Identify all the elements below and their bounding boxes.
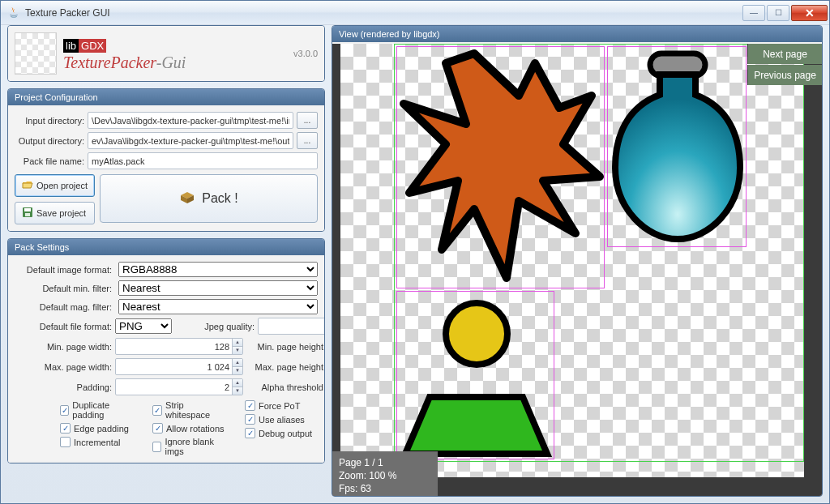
minimize-button[interactable]: — — [742, 5, 765, 21]
next-page-button[interactable]: Next page — [747, 44, 822, 64]
jpeg-quality-label: Jpeg quality: — [178, 322, 255, 331]
status-zoom: Zoom: 100 % — [339, 469, 431, 482]
input-dir-field[interactable] — [88, 112, 293, 129]
render-view-panel: View (rendered by libgdx) — [332, 25, 823, 497]
mag-filter-label: Default mag. filter: — [15, 302, 112, 312]
project-config-title: Project Configuration — [8, 89, 324, 105]
svg-rect-2 — [25, 213, 30, 216]
pack-filename-label: Pack file name: — [15, 156, 84, 166]
pack-filename-field[interactable] — [88, 152, 318, 169]
atlas-canvas — [340, 44, 804, 477]
padding-label: Padding: — [15, 382, 112, 392]
svg-point-5 — [446, 303, 507, 365]
padding-stepper[interactable] — [115, 378, 243, 395]
image-format-label: Default image format: — [15, 265, 112, 275]
force-pot-checkbox[interactable]: ✓Force PoT — [245, 400, 318, 411]
max-width-stepper[interactable] — [115, 358, 243, 375]
strip-whitespace-checkbox[interactable]: ✓Strip whitespace — [152, 400, 225, 420]
save-project-button[interactable]: Save project — [15, 202, 95, 224]
image-format-select[interactable]: RGBA8888 — [118, 262, 318, 277]
window-title: Texture Packer GUI — [25, 7, 110, 19]
java-icon — [7, 6, 20, 20]
save-icon — [22, 207, 33, 220]
close-button[interactable]: ✕ — [791, 5, 828, 21]
status-fps: Fps: 63 — [339, 482, 431, 495]
maximize-button[interactable]: ☐ — [767, 5, 789, 21]
incremental-checkbox[interactable]: Incremental — [60, 437, 133, 447]
output-dir-browse-button[interactable]: ... — [297, 132, 318, 149]
ignore-blank-checkbox[interactable]: Ignore blank imgs — [152, 437, 225, 456]
use-aliases-checkbox[interactable]: ✓Use aliases — [245, 414, 318, 425]
render-view-title: View (rendered by libgdx) — [332, 26, 822, 42]
jpeg-quality-stepper[interactable] — [258, 318, 325, 335]
logo-text: libGDX TexturePacker-Gui — [63, 35, 186, 72]
input-dir-label: Input directory: — [15, 116, 84, 126]
sprite-bounds — [396, 46, 605, 288]
sprite-orange-gear-icon — [397, 47, 605, 289]
sprite-bottle-icon — [608, 47, 747, 248]
previous-page-button[interactable]: Previous page — [747, 65, 822, 85]
open-project-button[interactable]: Open project — [15, 174, 95, 197]
file-format-select[interactable]: PNG — [115, 318, 172, 334]
package-icon — [179, 189, 195, 208]
svg-marker-3 — [404, 53, 600, 278]
allow-rotations-checkbox[interactable]: ✓Allow rotations — [152, 423, 225, 434]
logo-checker-icon — [15, 32, 57, 75]
svg-marker-6 — [405, 397, 547, 454]
svg-rect-1 — [24, 208, 31, 211]
min-filter-select[interactable]: Nearest — [118, 280, 318, 296]
duplicate-padding-checkbox[interactable]: ✓Duplicate padding — [60, 400, 133, 420]
min-width-stepper[interactable] — [115, 338, 243, 355]
min-height-label: Min. page height: — [250, 342, 325, 352]
application-window: Texture Packer GUI — ☐ ✕ libGDX TextureP… — [0, 0, 830, 504]
edge-padding-checkbox[interactable]: ✓Edge padding — [60, 423, 133, 434]
debug-output-checkbox[interactable]: ✓Debug output — [245, 428, 318, 438]
mag-filter-select[interactable]: Nearest — [118, 299, 318, 314]
min-filter-label: Default min. filter: — [15, 284, 112, 293]
pack-settings-title: Pack Settings — [8, 239, 324, 255]
file-format-label: Default file format: — [15, 322, 112, 331]
pack-button[interactable]: Pack ! — [100, 174, 318, 223]
render-status: Page 1 / 1 Zoom: 100 % Fps: 63 — [332, 451, 438, 496]
version-label: v3.0.0 — [293, 49, 318, 58]
sprite-bounds — [607, 46, 747, 247]
max-width-label: Max. page width: — [15, 362, 112, 372]
folder-open-icon — [22, 179, 33, 192]
alpha-threshold-label: Alpha threshold: — [250, 382, 325, 392]
min-width-label: Min. page width: — [15, 342, 112, 352]
pack-settings-panel: Pack Settings Default image format: RGBA… — [7, 238, 325, 463]
header-panel: libGDX TexturePacker-Gui v3.0.0 — [7, 25, 325, 82]
max-height-label: Max. page height: — [250, 362, 325, 372]
sprite-bounds — [396, 291, 554, 459]
titlebar: Texture Packer GUI — ☐ ✕ — [1, 1, 829, 25]
input-dir-browse-button[interactable]: ... — [297, 112, 318, 129]
project-config-panel: Project Configuration Input directory: .… — [7, 88, 325, 232]
status-page: Page 1 / 1 — [339, 456, 431, 469]
output-dir-label: Output directory: — [15, 136, 84, 146]
sprite-ball-platform-icon — [397, 292, 555, 460]
render-area[interactable]: Page 1 / 1 Zoom: 100 % Fps: 63 — [332, 44, 822, 496]
output-dir-field[interactable] — [88, 132, 293, 149]
